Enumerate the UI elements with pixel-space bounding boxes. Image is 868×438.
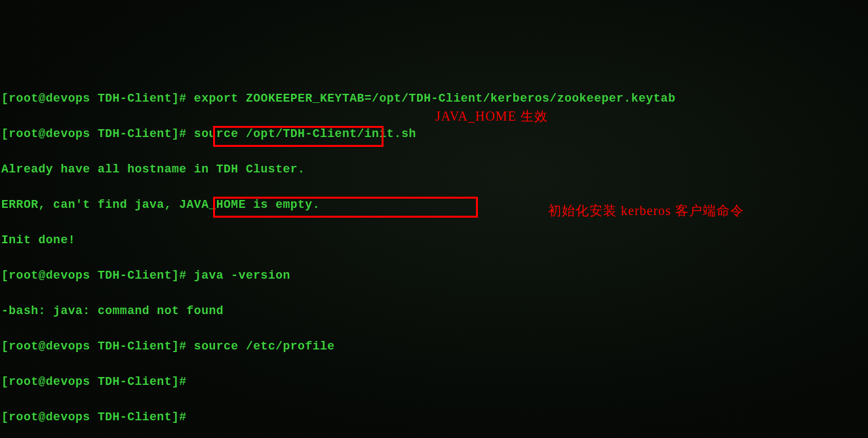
command-text: source /etc/profile — [194, 340, 335, 353]
terminal-line: [root@devops TDH-Client]# source /etc/pr… — [1, 338, 868, 355]
shell-prompt: [root@devops TDH-Client]# — [1, 340, 194, 353]
terminal-line: [root@devops TDH-Client]# java -version — [1, 267, 868, 285]
terminal-line: [root@devops TDH-Client]# export ZOOKEEP… — [1, 90, 868, 108]
shell-prompt: [root@devops TDH-Client]# — [1, 127, 194, 140]
terminal-line: [root@devops TDH-Client]# — [1, 408, 868, 426]
annotation-kerberos: 初始化安装 kerberos 客户端命令 — [548, 202, 744, 220]
command-text: java -version — [194, 269, 290, 282]
terminal-line: [root@devops TDH-Client]# source /opt/TD… — [1, 125, 868, 143]
annotation-java-home: JAVA_HOME 生效 — [435, 108, 548, 125]
terminal-output[interactable]: [root@devops TDH-Client]# export ZOOKEEP… — [0, 71, 868, 438]
shell-prompt: [root@devops TDH-Client]# — [1, 375, 194, 388]
terminal-line: Already have all hostname in TDH Cluster… — [1, 161, 868, 178]
terminal-line: Init done! — [1, 231, 868, 249]
shell-prompt: [root@devops TDH-Client]# — [1, 92, 194, 105]
shell-prompt: [root@devops TDH-Client]# — [1, 410, 194, 424]
shell-prompt: [root@devops TDH-Client]# — [1, 269, 194, 282]
command-text: source /opt/TDH-Client/init.sh — [194, 127, 416, 140]
terminal-line: [root@devops TDH-Client]# — [1, 373, 868, 391]
terminal-line: -bash: java: command not found — [1, 302, 868, 320]
command-text: export ZOOKEEPER_KEYTAB=/opt/TDH-Client/… — [194, 92, 676, 105]
